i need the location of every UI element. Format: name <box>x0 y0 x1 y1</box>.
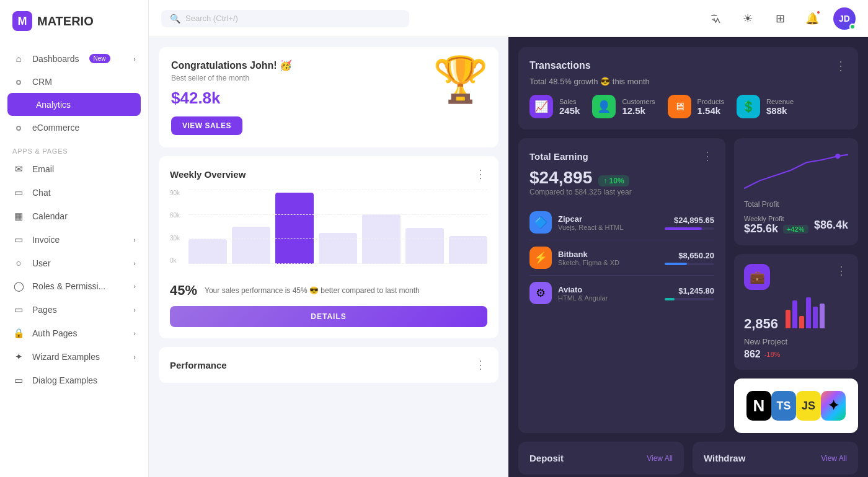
withdraw-title: Withdraw <box>704 453 745 463</box>
withdraw-view-all[interactable]: View All <box>821 454 847 463</box>
percentage-description: Your sales performance is 45% 😎 better c… <box>205 286 420 295</box>
company-name: Bitbank <box>558 250 619 259</box>
earning-badge: ↑ 10% <box>598 175 629 186</box>
sidebar-item-dashboards[interactable]: ⌂ Dashboards New › <box>0 47 148 70</box>
congratulations-card: Congratulations John! 🥳 Best seller of t… <box>159 47 498 147</box>
weekly-menu-button[interactable]: ⋮ <box>475 167 487 181</box>
view-sales-button[interactable]: VIEW SALES <box>171 116 242 135</box>
stat-sales: 📈 Sales 245k <box>529 95 580 118</box>
growth-face: 😎 <box>600 77 613 86</box>
bar-wednesday <box>275 193 314 264</box>
apps-button[interactable]: ⊞ <box>769 7 791 30</box>
stat-label: Sales <box>559 98 580 105</box>
section-label-apps: APPS & PAGES <box>0 139 148 157</box>
bar-value <box>188 239 227 264</box>
dialog-icon: ▭ <box>12 375 25 386</box>
crm-circle <box>12 76 25 87</box>
user-avatar[interactable]: JD <box>833 7 856 30</box>
transactions-card: Transactions ⋮ Total 48.5% growth 😎 this… <box>518 47 858 129</box>
total-profit-label: Total Profit <box>744 200 848 209</box>
chevron-icon: › <box>133 260 136 267</box>
sidebar-item-crm[interactable]: CRM <box>0 70 148 93</box>
percentage-value: 45% <box>170 282 197 299</box>
pages-icon: ▭ <box>12 304 25 315</box>
sidebar-item-dialog[interactable]: ▭ Dialog Examples <box>0 369 148 392</box>
sidebar-item-label: User <box>32 258 51 268</box>
home-icon: ⌂ <box>12 53 25 64</box>
sidebar-item-label: Calendar <box>32 211 68 221</box>
bar-thursday <box>319 233 357 264</box>
ecommerce-circle <box>12 122 25 133</box>
weekly-profit-value: $25.6k +42% <box>744 222 808 235</box>
search-bar[interactable]: 🔍 Search (Ctrl+/) <box>161 10 409 27</box>
sidebar-item-user[interactable]: ○ User › <box>0 252 148 274</box>
calendar-icon: ▦ <box>12 211 25 222</box>
sidebar-item-label: Wizard Examples <box>32 352 100 362</box>
performance-menu-button[interactable]: ⋮ <box>475 358 487 372</box>
company-name: Zipcar <box>558 214 623 224</box>
sidebar: M MATERIO ⌂ Dashboards New › CRM Analyti… <box>0 0 149 477</box>
chat-icon: ▭ <box>12 187 25 198</box>
sidebar-item-pages[interactable]: ▭ Pages › <box>0 298 148 322</box>
earning-item-zipcar: 🔷 Zipcar Vuejs, React & HTML $24,895.65 <box>529 205 714 240</box>
bitbank-logo: ⚡ <box>529 247 552 269</box>
theme-button[interactable]: ☀ <box>737 7 759 30</box>
transactions-menu-button[interactable]: ⋮ <box>835 58 847 73</box>
bar-value <box>362 214 401 264</box>
panel-light: Congratulations John! 🥳 Best seller of t… <box>149 37 508 477</box>
search-icon: 🔍 <box>170 14 180 24</box>
sidebar-item-analytics[interactable]: Analytics <box>7 93 141 116</box>
stat-value: 245k <box>559 105 580 116</box>
notifications-button[interactable]: 🔔 <box>801 7 823 30</box>
sidebar-item-roles[interactable]: ◯ Roles & Permissi... › <box>0 274 148 298</box>
earning-value: $8,650.20 <box>665 251 714 260</box>
congrats-amount: $42.8k <box>171 89 292 108</box>
stat-label: Products <box>698 98 724 105</box>
transactions-growth: Total 48.5% growth 😎 this month <box>529 77 847 86</box>
y-label: 90k <box>170 190 180 196</box>
sidebar-item-ecommerce[interactable]: eCommerce <box>0 116 148 139</box>
y-label: 30k <box>170 235 180 242</box>
project-value: 862 <box>744 349 761 360</box>
profit-badge: +42% <box>783 225 808 234</box>
bar-tuesday <box>232 227 270 264</box>
weekly-title: Weekly Overview <box>170 169 246 180</box>
profit-line-chart <box>744 148 848 200</box>
translate-button[interactable] <box>704 7 727 30</box>
project-menu-button[interactable]: ⋮ <box>836 264 848 278</box>
chevron-icon: › <box>133 236 136 243</box>
earning-compare: Compared to $84,325 last year <box>529 188 714 196</box>
sidebar-item-chat[interactable]: ▭ Chat <box>0 181 148 204</box>
sidebar-item-calendar[interactable]: ▦ Calendar <box>0 204 148 228</box>
svg-point-0 <box>835 154 840 159</box>
sidebar-item-label: Invoice <box>32 235 60 245</box>
stat-value: $88k <box>766 105 794 116</box>
sidebar-item-email[interactable]: ✉ Email <box>0 157 148 181</box>
app-name: MATERIO <box>37 14 94 28</box>
content-area: Congratulations John! 🥳 Best seller of t… <box>149 37 868 477</box>
revenue-icon: 💲 <box>737 95 760 118</box>
deposit-view-all[interactable]: View All <box>647 454 673 463</box>
earning-value: $1,245.80 <box>665 286 714 295</box>
app-logo[interactable]: M MATERIO <box>0 0 148 42</box>
sidebar-item-wizard[interactable]: ✦ Wizard Examples › <box>0 345 148 369</box>
bar-value <box>232 227 270 264</box>
sales-icon: 📈 <box>529 95 553 118</box>
sidebar-nav: ⌂ Dashboards New › CRM Analytics eCommer… <box>0 42 148 477</box>
stat-revenue: 💲 Revenue $88k <box>737 95 794 118</box>
earning-menu-button[interactable]: ⋮ <box>702 149 714 163</box>
sidebar-item-invoice[interactable]: ▭ Invoice › <box>0 228 148 252</box>
performance-title: Performance <box>170 360 227 370</box>
total-profit-value: $86.4k <box>814 219 848 232</box>
congrats-subtitle: Best seller of the month <box>171 74 292 82</box>
chevron-icon: › <box>133 353 136 361</box>
project-icon: 💼 <box>744 264 770 290</box>
shield-icon: ◯ <box>12 281 25 292</box>
online-indicator <box>849 24 856 30</box>
chevron-icon: › <box>133 55 136 63</box>
sidebar-item-auth[interactable]: 🔒 Auth Pages › <box>0 322 148 345</box>
transactions-title: Transactions <box>529 60 591 71</box>
project-title: New Project <box>744 337 848 346</box>
deposit-title: Deposit <box>529 453 564 463</box>
details-button[interactable]: DETAILS <box>170 306 487 327</box>
